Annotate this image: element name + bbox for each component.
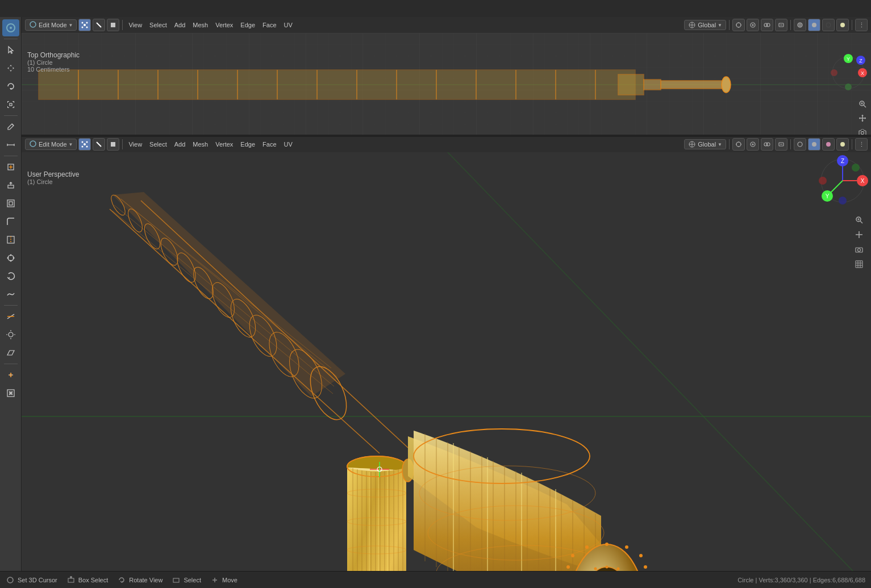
material-shading-top[interactable] xyxy=(822,19,835,31)
snap-icon-top[interactable] xyxy=(732,19,745,31)
camera-icon-bottom[interactable] xyxy=(853,243,865,256)
uv-menu-top[interactable]: UV xyxy=(281,21,295,29)
svg-rect-22 xyxy=(111,23,115,27)
tool-loop-cut[interactable] xyxy=(2,231,19,248)
proportional-icon-top[interactable] xyxy=(747,19,759,31)
tool-rotate[interactable] xyxy=(2,78,19,95)
tool-spin[interactable] xyxy=(2,268,19,285)
transform-space-top[interactable]: Global ▼ xyxy=(684,20,726,30)
svg-point-17 xyxy=(84,24,86,26)
gizmo-bottom: Z X Y xyxy=(817,155,868,206)
uv-menu-bottom[interactable]: UV xyxy=(281,140,295,148)
viewport-options-bottom[interactable]: ⋮ xyxy=(855,138,868,151)
status-mesh-info: Circle | Verts:3,360/3,360 | Edges:6,688… xyxy=(737,577,865,583)
tool-shrink-fatten[interactable] xyxy=(2,326,19,343)
material-shading-bottom[interactable] xyxy=(822,138,835,151)
grid-icon-bottom[interactable] xyxy=(853,258,865,270)
zoom-icon-top[interactable] xyxy=(856,98,869,110)
svg-point-230 xyxy=(70,576,72,578)
pan-icon-top[interactable] xyxy=(856,112,869,124)
tool-inset[interactable] xyxy=(2,195,19,212)
tool-extrude[interactable] xyxy=(2,177,19,194)
svg-point-168 xyxy=(625,545,628,549)
view-menu-top[interactable]: View xyxy=(126,21,145,29)
tool-edge-slide[interactable] xyxy=(2,308,19,325)
proportional-icon-bottom[interactable] xyxy=(747,138,759,151)
vertex-menu-top[interactable]: Vertex xyxy=(212,21,236,29)
svg-point-87 xyxy=(826,142,831,147)
svg-point-11 xyxy=(10,260,11,262)
viewport-options-top[interactable]: ⋮ xyxy=(855,19,868,31)
pan-icon-bottom[interactable] xyxy=(853,228,865,241)
rendered-shading-top[interactable] xyxy=(836,19,849,31)
solid-shading-bottom[interactable] xyxy=(808,138,820,151)
tool-cursor[interactable] xyxy=(2,41,19,59)
snap-icon-bottom[interactable] xyxy=(732,138,745,151)
mesh-menu-top[interactable]: Mesh xyxy=(190,21,211,29)
edge-menu-top[interactable]: Edge xyxy=(237,21,258,29)
viewport-bottom-toolbar: Edit Mode ▼ View Select Add Mesh Vertex … xyxy=(22,136,871,152)
top-viewport-canvas[interactable] xyxy=(22,33,871,136)
vertex-select-top[interactable] xyxy=(78,19,91,31)
mode-chevron-top: ▼ xyxy=(69,23,73,28)
wireframe-shading-top[interactable] xyxy=(794,19,806,31)
svg-point-194 xyxy=(585,545,589,549)
sidebar-mode-icon[interactable] xyxy=(2,19,19,36)
tool-measure[interactable] xyxy=(2,136,19,153)
edge-select-top[interactable] xyxy=(93,19,105,31)
viewport-separator[interactable] xyxy=(22,135,871,137)
xray-icon-top[interactable] xyxy=(775,19,787,31)
svg-point-1 xyxy=(10,27,12,29)
face-menu-top[interactable]: Face xyxy=(260,21,279,29)
tool-annotate[interactable] xyxy=(2,118,19,135)
cursor-icon xyxy=(6,576,15,585)
overlay-icon-bottom[interactable] xyxy=(761,138,773,151)
tool-rip[interactable] xyxy=(2,366,19,383)
face-menu-bottom[interactable]: Face xyxy=(260,140,279,148)
viewport-top-content[interactable]: Top Orthographic (1) Circle 10 Centimete… xyxy=(22,33,871,136)
vertex-select-bottom[interactable] xyxy=(78,138,91,151)
select-label: Select xyxy=(184,577,201,583)
svg-rect-30 xyxy=(780,24,782,26)
tool-transform-fill[interactable] xyxy=(2,385,19,402)
tool-bevel[interactable] xyxy=(2,213,19,230)
bottom-viewport-canvas[interactable] xyxy=(22,152,871,571)
tool-scale[interactable] xyxy=(2,96,19,113)
viewport-bottom-content[interactable]: User Perspective (1) Circle xyxy=(22,152,871,571)
zoom-icon-bottom[interactable] xyxy=(853,214,865,226)
add-menu-bottom[interactable]: Add xyxy=(172,140,189,148)
select-menu-top[interactable]: Select xyxy=(147,21,170,29)
rendered-shading-bottom[interactable] xyxy=(836,138,849,151)
svg-point-78 xyxy=(736,142,741,147)
tool-add-cube[interactable] xyxy=(2,159,19,176)
svg-point-33 xyxy=(826,23,831,27)
wireframe-shading-bottom[interactable] xyxy=(794,138,806,151)
tool-move[interactable] xyxy=(2,60,19,77)
svg-line-219 xyxy=(830,181,843,194)
tool-smooth[interactable] xyxy=(2,286,19,303)
svg-rect-229 xyxy=(68,578,74,582)
viewport-bottom[interactable]: Edit Mode ▼ View Select Add Mesh Vertex … xyxy=(22,136,871,571)
mode-label-top: Edit Mode xyxy=(39,22,67,28)
tool-shear[interactable] xyxy=(2,344,19,361)
select-menu-bottom[interactable]: Select xyxy=(147,140,170,148)
viewport-top[interactable]: Edit Mode ▼ View Select Add Mesh Vertex … xyxy=(22,17,871,136)
vertex-menu-bottom[interactable]: Vertex xyxy=(212,140,236,148)
edge-select-bottom[interactable] xyxy=(93,138,105,151)
mesh-menu-bottom[interactable]: Mesh xyxy=(190,140,211,148)
view-menu-bottom[interactable]: View xyxy=(126,140,145,148)
transform-space-bottom[interactable]: Global ▼ xyxy=(684,139,726,149)
edit-mode-dropdown-top[interactable]: Edit Mode ▼ xyxy=(25,19,77,31)
edit-mode-dropdown-bottom[interactable]: Edit Mode ▼ xyxy=(25,139,77,150)
edge-menu-bottom[interactable]: Edge xyxy=(237,140,258,148)
svg-point-192 xyxy=(566,565,570,569)
add-menu-top[interactable]: Add xyxy=(172,21,189,29)
overlay-icon-top[interactable] xyxy=(761,19,773,31)
svg-text:Z: Z xyxy=(841,158,844,164)
tool-poly-pen[interactable] xyxy=(2,249,19,266)
face-select-bottom[interactable] xyxy=(107,138,119,151)
face-select-top[interactable] xyxy=(107,19,119,31)
xray-icon-bottom[interactable] xyxy=(775,138,787,151)
solid-shading-top[interactable] xyxy=(808,19,820,31)
svg-point-19 xyxy=(86,22,88,24)
